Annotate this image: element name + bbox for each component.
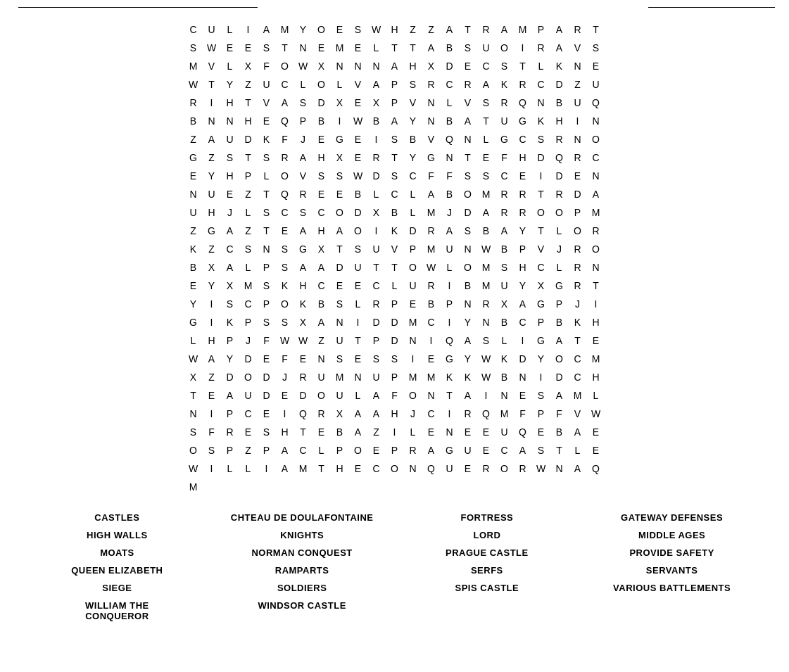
grid-cell: B bbox=[550, 423, 569, 441]
grid-cell: R bbox=[422, 277, 441, 295]
grid-cell: E bbox=[313, 39, 331, 57]
grid-cell: T bbox=[532, 222, 550, 240]
grid-cell: Q bbox=[276, 185, 294, 203]
grid-cell: S bbox=[386, 130, 404, 148]
grid-cell: C bbox=[276, 203, 294, 222]
grid-cell: L bbox=[221, 57, 239, 75]
grid-cell: L bbox=[550, 222, 569, 240]
grid-cell: C bbox=[313, 277, 331, 295]
grid-cell: M bbox=[477, 258, 496, 277]
grid-cell: R bbox=[496, 185, 514, 203]
grid-cell: H bbox=[276, 423, 294, 441]
grid-cell: D bbox=[239, 130, 258, 148]
grid-cell: C bbox=[386, 185, 404, 203]
grid-cell: S bbox=[532, 441, 550, 459]
grid-cell: M bbox=[477, 185, 496, 203]
grid-cell: N bbox=[331, 57, 349, 75]
grid-cell: E bbox=[184, 277, 203, 295]
grid-cell: E bbox=[331, 20, 349, 39]
grid-cell: U bbox=[441, 459, 459, 478]
word-item: SOLDIERS bbox=[213, 581, 391, 595]
name-underline[interactable] bbox=[18, 7, 258, 8]
grid-cell: L bbox=[349, 295, 367, 313]
grid-cell: T bbox=[532, 185, 550, 203]
grid-cell: I bbox=[404, 350, 422, 368]
grid-cell: H bbox=[221, 94, 239, 112]
grid-cell: M bbox=[422, 240, 441, 258]
grid-cell: I bbox=[441, 277, 459, 295]
grid-cell: T bbox=[514, 57, 532, 75]
grid-cell: M bbox=[331, 39, 349, 57]
grid-cell: E bbox=[349, 350, 367, 368]
grid-cell: N bbox=[441, 148, 459, 167]
grid-cell: C bbox=[404, 167, 422, 185]
grid-cell: H bbox=[514, 148, 532, 167]
grid-cell: O bbox=[349, 441, 367, 459]
grid-cell: X bbox=[331, 148, 349, 167]
grid-cell: S bbox=[532, 130, 550, 148]
grid-cell: F bbox=[422, 167, 441, 185]
grid-cell: T bbox=[258, 222, 276, 240]
grid-cell: T bbox=[294, 423, 313, 441]
grid-cell: T bbox=[239, 148, 258, 167]
grid-cell: M bbox=[587, 203, 605, 222]
grid-cell: A bbox=[367, 405, 386, 423]
date-underline[interactable] bbox=[648, 7, 775, 8]
grid-cell: P bbox=[386, 295, 404, 313]
grid-cell: A bbox=[221, 222, 239, 240]
grid-cell: E bbox=[331, 185, 349, 203]
grid-cell: E bbox=[477, 441, 496, 459]
grid-cell: W bbox=[477, 240, 496, 258]
word-item: HIGH WALLS bbox=[28, 528, 206, 543]
grid-cell: L bbox=[367, 185, 386, 203]
grid-cell: K bbox=[459, 368, 477, 386]
grid-cell: X bbox=[422, 57, 441, 75]
grid-cell: A bbox=[367, 75, 386, 94]
grid-cell: P bbox=[294, 112, 313, 130]
grid-cell: L bbox=[532, 57, 550, 75]
grid-cell: A bbox=[441, 222, 459, 240]
grid-cell: F bbox=[514, 405, 532, 423]
grid-cell: E bbox=[367, 441, 386, 459]
grid-cell: B bbox=[496, 313, 514, 331]
grid-cell: O bbox=[569, 222, 587, 240]
grid-cell: F bbox=[258, 57, 276, 75]
grid-cell: X bbox=[203, 258, 221, 277]
grid-cell: Q bbox=[294, 405, 313, 423]
grid-cell: L bbox=[239, 258, 258, 277]
grid-cell: Y bbox=[459, 350, 477, 368]
grid-cell: L bbox=[367, 39, 386, 57]
grid-cell: V bbox=[203, 57, 221, 75]
grid-cell: D bbox=[569, 185, 587, 203]
grid-cell: P bbox=[569, 203, 587, 222]
grid-cell: S bbox=[367, 350, 386, 368]
grid-cell: I bbox=[331, 112, 349, 130]
word-item: KNIGHTS bbox=[213, 528, 391, 543]
grid-cell: P bbox=[367, 331, 386, 350]
grid-cell: W bbox=[349, 167, 367, 185]
grid-cell: A bbox=[276, 94, 294, 112]
grid-cell: B bbox=[331, 423, 349, 441]
grid-cell: N bbox=[441, 423, 459, 441]
grid-cell: B bbox=[313, 112, 331, 130]
grid-cell: N bbox=[349, 368, 367, 386]
grid-cell: T bbox=[367, 258, 386, 277]
grid-cell: Z bbox=[404, 20, 422, 39]
grid-cell: C bbox=[532, 75, 550, 94]
grid-cell: D bbox=[313, 94, 331, 112]
grid-cell: L bbox=[441, 258, 459, 277]
grid-cell: H bbox=[313, 222, 331, 240]
grid-container: CULIAMYOESWHZZATRAMPARTSWEESTNEMELTTABSU… bbox=[14, 20, 775, 496]
grid-cell: R bbox=[367, 295, 386, 313]
grid-cell: L bbox=[331, 75, 349, 94]
grid-cell: M bbox=[514, 20, 532, 39]
grid-cell: O bbox=[550, 350, 569, 368]
grid-cell: H bbox=[313, 148, 331, 167]
grid-cell: D bbox=[550, 75, 569, 94]
grid-cell: E bbox=[349, 148, 367, 167]
grid-cell: U bbox=[313, 368, 331, 386]
grid-cell: K bbox=[550, 57, 569, 75]
grid-cell: N bbox=[313, 350, 331, 368]
grid-cell: H bbox=[587, 313, 605, 331]
grid-cell: N bbox=[459, 240, 477, 258]
